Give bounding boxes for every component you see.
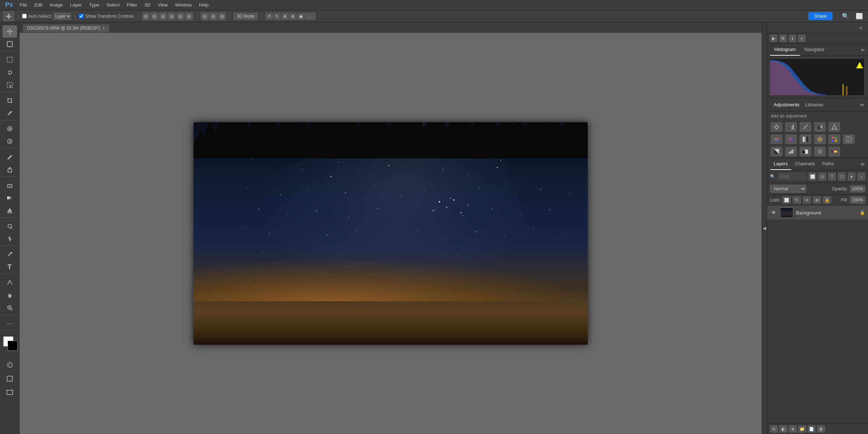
filter-smart-icon[interactable]: ♦ xyxy=(848,173,855,180)
align-center-h-btn[interactable]: ⊟ xyxy=(150,12,158,20)
menu-edit[interactable]: Edit xyxy=(31,1,45,8)
adj-selectivecolor-icon[interactable] xyxy=(814,147,826,156)
extra-btn2[interactable]: ⊗ xyxy=(289,13,297,20)
adj-invert-icon[interactable] xyxy=(771,147,782,156)
menu-type[interactable]: Type xyxy=(86,1,102,8)
screen-mode-btn[interactable] xyxy=(3,373,17,385)
align-left-btn[interactable]: ⊟ xyxy=(142,12,150,20)
adj-gradientmap-icon[interactable] xyxy=(829,147,840,156)
marquee-tool[interactable] xyxy=(3,54,17,66)
menu-image[interactable]: Image xyxy=(47,1,65,8)
rotate2-btn[interactable]: ↻ xyxy=(273,13,281,20)
filter-pixel-icon[interactable]: ⬜ xyxy=(809,173,816,180)
add-adjustment-btn[interactable]: ⊕ xyxy=(789,425,797,433)
menu-file[interactable]: File xyxy=(17,1,30,8)
filter-adj-icon[interactable]: ⊙ xyxy=(818,173,826,180)
heal-brush-tool[interactable] xyxy=(3,123,17,135)
fill-value[interactable]: 100% xyxy=(850,196,865,204)
menu-view[interactable]: View xyxy=(155,1,171,8)
lock-all-btn[interactable]: 🔒 xyxy=(823,196,831,204)
background-color[interactable] xyxy=(8,341,18,351)
lock-artboard-btn[interactable]: ⊞ xyxy=(813,196,821,204)
more-tools-btn[interactable]: ⋯ xyxy=(3,317,17,329)
bucket-tool[interactable] xyxy=(3,204,17,217)
tab-channels[interactable]: Channels xyxy=(791,158,818,170)
brush-tool[interactable] xyxy=(3,151,17,163)
sharpen-tool[interactable] xyxy=(3,233,17,245)
menu-select[interactable]: Select xyxy=(103,1,122,8)
menu-help[interactable]: Help xyxy=(196,1,212,8)
search-icon-btn[interactable]: 🔍 xyxy=(840,12,851,20)
lasso-tool[interactable] xyxy=(3,66,17,78)
filter-shape-icon[interactable]: ⬡ xyxy=(838,173,846,180)
spot-heal-tool[interactable] xyxy=(3,135,17,148)
filter-type-icon[interactable]: T xyxy=(828,173,836,180)
more-btn[interactable]: ... xyxy=(305,13,315,20)
filter-toggle[interactable]: ○ xyxy=(858,173,865,180)
maximize-btn[interactable]: ⬜ xyxy=(854,12,865,20)
eyedropper-tool[interactable] xyxy=(3,107,17,119)
zoom-tool[interactable] xyxy=(3,302,17,314)
menu-window[interactable]: Window xyxy=(172,1,195,8)
object-select-tool[interactable] xyxy=(3,79,17,91)
screen-mode2-btn[interactable] xyxy=(3,386,17,399)
histogram-play-btn[interactable]: ▶ xyxy=(770,35,777,42)
adj-hsl-icon[interactable] xyxy=(771,135,782,144)
add-layer-btn[interactable]: 📄 xyxy=(808,425,816,433)
path-select-tool[interactable] xyxy=(3,276,17,289)
menu-3d[interactable]: 3D xyxy=(141,1,153,8)
lock-transparent-btn[interactable]: ⬜ xyxy=(783,196,791,204)
dodge-tool[interactable] xyxy=(3,220,17,232)
canvas-tab-main[interactable]: DSC00579.ARW @ 33.3% (RGB/16*) ✕ xyxy=(22,24,110,32)
layers-kind-dropdown[interactable] xyxy=(778,173,807,180)
distribute-v-btn[interactable]: ⊟ xyxy=(209,12,217,20)
show-transform-checkbox[interactable] xyxy=(79,14,84,18)
layers-expand-btn[interactable]: ≫ xyxy=(860,162,865,167)
add-group-btn[interactable]: 📁 xyxy=(798,425,806,433)
panel-settings-icon[interactable]: ≡ xyxy=(856,24,865,32)
add-mask-btn[interactable]: ◧ xyxy=(779,425,787,433)
pen-tool[interactable] xyxy=(3,248,17,260)
adj-threshold-icon[interactable] xyxy=(800,147,811,156)
share-button[interactable]: Share xyxy=(808,12,833,20)
adj-expand-btn[interactable]: ≫ xyxy=(860,102,864,107)
adj-posterize-icon[interactable] xyxy=(785,147,797,156)
lock-position-btn[interactable]: ✛ xyxy=(803,196,811,204)
clone-stamp-tool[interactable] xyxy=(3,163,17,176)
align-center-v-btn[interactable]: ⊟ xyxy=(176,12,184,20)
gradient-tool[interactable] xyxy=(3,192,17,204)
blend-mode-dropdown[interactable]: Normal xyxy=(770,185,806,193)
adj-colorbalance-icon[interactable] xyxy=(785,135,797,144)
crop-tool[interactable] xyxy=(3,94,17,107)
distribute-h-btn[interactable]: ⊟ xyxy=(201,12,209,20)
menu-filter[interactable]: Filter xyxy=(124,1,140,8)
tab-navigator[interactable]: Navigator xyxy=(800,44,829,56)
auto-select-dropdown[interactable]: Layer ▾ xyxy=(53,13,71,20)
layer-visibility-toggle[interactable]: 👁 xyxy=(770,209,777,216)
extra-btn1[interactable]: ⊕ xyxy=(281,13,289,20)
distribute-more-btn[interactable]: ⊟ xyxy=(218,12,226,20)
add-fx-btn[interactable]: fx xyxy=(770,425,778,433)
rotate-btn[interactable]: ↺ xyxy=(265,13,273,20)
adj-brightness-icon[interactable] xyxy=(771,122,782,132)
adj-levels-icon[interactable] xyxy=(785,122,797,132)
tab-adjustments[interactable]: Adjustments xyxy=(771,101,803,108)
artboard-tool[interactable] xyxy=(3,38,17,50)
adj-vibrance-icon[interactable] xyxy=(829,122,840,132)
3d-mode-btn[interactable]: 3D Mode xyxy=(234,13,258,20)
right-panel-collapse[interactable]: ◀ xyxy=(762,22,767,434)
align-right-btn[interactable]: ⊟ xyxy=(159,12,167,20)
adj-curves-icon[interactable] xyxy=(800,122,811,132)
adj-colorswatch-icon[interactable] xyxy=(843,135,855,144)
app-icon[interactable]: Ps xyxy=(3,1,15,9)
histogram-adj-icon[interactable]: ≡ xyxy=(798,35,805,42)
tab-libraries[interactable]: Libraries xyxy=(803,101,826,108)
eraser-tool[interactable] xyxy=(3,179,17,191)
canvas-tab-close[interactable]: ✕ xyxy=(102,26,105,31)
extra-btn3[interactable]: ◉ xyxy=(297,13,305,20)
hand-tool[interactable] xyxy=(3,289,17,301)
quick-mask-btn[interactable] xyxy=(3,359,17,371)
align-bottom-btn[interactable]: ⊟ xyxy=(185,12,193,20)
adj-photofilter-icon[interactable] xyxy=(814,135,826,144)
adj-channelmixer-icon[interactable] xyxy=(829,135,840,144)
